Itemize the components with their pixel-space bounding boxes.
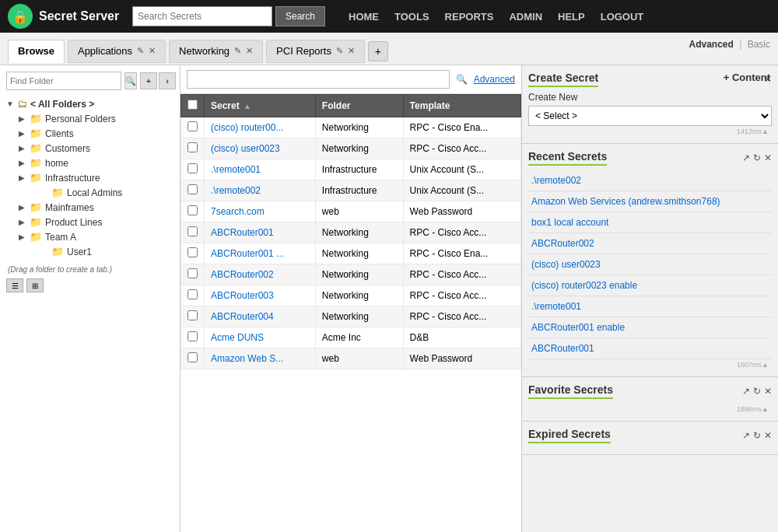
row-checkbox[interactable] (187, 184, 198, 194)
nav-link-tools[interactable]: TOOLS (394, 11, 429, 23)
add-tab-button[interactable]: + (368, 41, 388, 61)
select-all-checkbox[interactable] (187, 100, 198, 110)
tree-item-user1[interactable]: 📁 User1 (31, 244, 173, 259)
tree-item-clients[interactable]: ▶ 📁 Clients (19, 126, 173, 141)
table-row[interactable]: Amazon Web S... web Web Password (181, 348, 521, 369)
edit-tab-icon[interactable]: ✎ (336, 46, 343, 56)
row-checkbox[interactable] (187, 163, 198, 173)
exp-close-icon[interactable]: ✕ (764, 430, 772, 441)
row-checkbox-cell[interactable] (181, 222, 205, 243)
row-checkbox[interactable] (187, 310, 198, 320)
tab-browse[interactable]: Browse (8, 40, 65, 63)
row-checkbox-cell[interactable] (181, 159, 205, 180)
table-row[interactable]: ABCRouter004 Networking RPC - Cisco Acc.… (181, 306, 521, 327)
table-row[interactable]: 7search.com web Web Password (181, 201, 521, 222)
table-row[interactable]: .\remote002 Infrastructure Unix Account … (181, 180, 521, 201)
table-row[interactable]: (cisco) user0023 Networking RPC - Cisco … (181, 138, 521, 159)
close-tab-icon[interactable]: ✕ (348, 46, 355, 56)
table-row[interactable]: Acme DUNS Acme Inc D&B (181, 327, 521, 348)
row-checkbox-cell[interactable] (181, 348, 205, 369)
recent-secret-item[interactable]: box1 local account (528, 212, 772, 233)
table-row[interactable]: ABCRouter003 Networking RPC - Cisco Acc.… (181, 285, 521, 306)
table-row[interactable]: ABCRouter001 ... Networking RPC - Cisco … (181, 243, 521, 264)
row-checkbox-cell[interactable] (181, 138, 205, 159)
table-row[interactable]: ABCRouter002 Networking RPC - Cisco Acc.… (181, 264, 521, 285)
basic-label[interactable]: Basic (748, 39, 770, 50)
row-checkbox[interactable] (187, 205, 198, 215)
row-checkbox-cell[interactable] (181, 327, 205, 348)
find-folder-input[interactable] (6, 72, 121, 90)
row-checkbox-cell[interactable] (181, 180, 205, 201)
fav-close-icon[interactable]: ✕ (764, 386, 772, 397)
external-link-icon[interactable]: ↗ (742, 152, 750, 163)
table-row[interactable]: .\remote001 Infrastructure Unix Account … (181, 159, 521, 180)
recent-secret-item[interactable]: (cisco) user0023 (528, 254, 772, 275)
row-checkbox[interactable] (187, 268, 198, 278)
table-row[interactable]: (cisco) router00... Networking RPC - Cis… (181, 117, 521, 138)
row-checkbox[interactable] (187, 226, 198, 236)
list-view-button[interactable]: ☰ (6, 278, 23, 292)
row-checkbox-cell[interactable] (181, 264, 205, 285)
tree-item-mainframes[interactable]: ▶ 📁 Mainframes (19, 200, 173, 215)
row-checkbox-cell[interactable] (181, 117, 205, 138)
tab-applications[interactable]: Applications ✎ ✕ (68, 40, 166, 63)
edit-tab-icon[interactable]: ✎ (234, 46, 241, 56)
row-checkbox[interactable] (187, 289, 198, 299)
main-search-input[interactable] (187, 70, 450, 89)
all-folders-item[interactable]: ▼ 🗂 < All Folders > (6, 96, 173, 111)
row-checkbox-cell[interactable] (181, 201, 205, 222)
tree-item-customers[interactable]: ▶ 📁 Customers (19, 141, 173, 156)
row-checkbox[interactable] (187, 247, 198, 257)
row-checkbox-cell[interactable] (181, 306, 205, 327)
exp-external-icon[interactable]: ↗ (742, 430, 750, 441)
nav-link-home[interactable]: HOME (349, 11, 379, 23)
row-checkbox[interactable] (187, 352, 198, 362)
tree-item-team-a[interactable]: ▶ 📁 Team A (19, 229, 173, 244)
recent-secret-item[interactable]: Amazon Web Services (andrew.smithson768) (528, 191, 772, 212)
tab-networking[interactable]: Networking ✎ ✕ (169, 40, 263, 63)
col-template[interactable]: Template (403, 95, 520, 117)
search-button[interactable]: Search (275, 6, 325, 26)
grid-view-button[interactable]: ⊞ (26, 278, 44, 292)
advanced-link[interactable]: Advanced (474, 74, 515, 85)
nav-link-help[interactable]: HELP (558, 11, 585, 23)
nav-link-logout[interactable]: LOGOUT (601, 11, 644, 23)
create-secret-select[interactable]: < Select > (528, 106, 772, 126)
recent-secret-item[interactable]: .\remote002 (528, 170, 772, 191)
recent-secret-item[interactable]: (cisco) router0023 enable (528, 275, 772, 296)
row-checkbox[interactable] (187, 331, 198, 341)
advanced-label[interactable]: Advanced (689, 39, 733, 50)
close-recent-icon[interactable]: ✕ (764, 152, 772, 163)
tree-item-personal[interactable]: ▶ 📁 Personal Folders (19, 111, 173, 126)
tree-item-product-lines[interactable]: ▶ 📁 Product Lines (19, 215, 173, 229)
recent-secret-item[interactable]: ABCRouter001 enable (528, 317, 772, 338)
exp-refresh-icon[interactable]: ↻ (753, 430, 761, 441)
recent-secret-item[interactable]: .\remote001 (528, 296, 772, 317)
row-checkbox[interactable] (187, 142, 198, 152)
search-input[interactable] (132, 6, 272, 26)
table-row[interactable]: ABCRouter001 Networking RPC - Cisco Acc.… (181, 222, 521, 243)
sidebar-nav-button[interactable]: › (159, 72, 176, 89)
content-button[interactable]: + Content (724, 72, 770, 83)
fav-refresh-icon[interactable]: ↻ (753, 386, 761, 397)
refresh-icon[interactable]: ↻ (753, 152, 761, 163)
close-tab-icon[interactable]: ✕ (149, 46, 156, 56)
row-checkbox-cell[interactable] (181, 243, 205, 264)
row-checkbox-cell[interactable] (181, 285, 205, 306)
tree-item-home[interactable]: ▶ 📁 home (19, 156, 173, 170)
sidebar-add-button[interactable]: + (140, 72, 157, 89)
edit-tab-icon[interactable]: ✎ (137, 46, 144, 56)
col-folder[interactable]: Folder (315, 95, 403, 117)
folder-search-button[interactable]: 🔍 (124, 72, 137, 89)
nav-link-admin[interactable]: ADMIN (509, 11, 542, 23)
nav-link-reports[interactable]: REPORTS (445, 11, 494, 23)
col-secret[interactable]: Secret ▲ (205, 95, 316, 117)
row-checkbox[interactable] (187, 121, 198, 131)
tree-item-infrastructure[interactable]: ▶ 📁 Infrastructure (19, 170, 173, 185)
close-tab-icon[interactable]: ✕ (246, 46, 253, 56)
tree-item-local-admins[interactable]: 📁 Local Admins (31, 185, 173, 200)
tab-pci-reports[interactable]: PCI Reports ✎ ✕ (266, 40, 365, 63)
recent-secret-item[interactable]: ABCRouter001 (528, 338, 772, 359)
fav-external-icon[interactable]: ↗ (742, 386, 750, 397)
recent-secret-item[interactable]: ABCRouter002 (528, 233, 772, 254)
